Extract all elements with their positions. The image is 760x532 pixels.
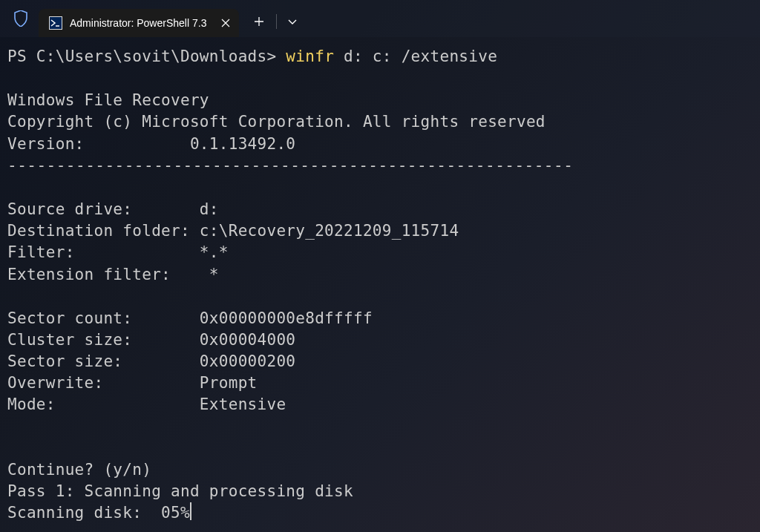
- filter-line: Filter: *.*: [7, 243, 229, 261]
- new-tab-button[interactable]: [245, 9, 273, 34]
- titlebar: Administrator: PowerShell 7.3: [0, 0, 760, 37]
- prompt-path: PS C:\Users\sovit\Downloads>: [7, 47, 286, 65]
- destination-folder-line: Destination folder: c:\Recovery_20221209…: [7, 222, 459, 240]
- scanning-line: Scanning disk: 05%: [7, 504, 190, 522]
- tab-close-button[interactable]: [217, 14, 235, 32]
- app-copyright: Copyright (c) Microsoft Corporation. All…: [7, 113, 546, 131]
- tab-active[interactable]: Administrator: PowerShell 7.3: [39, 9, 239, 37]
- extension-filter-line: Extension filter: *: [7, 266, 219, 283]
- disk-details: Sector count: 0x00000000e8dfffff Cluster…: [7, 308, 753, 416]
- pass-line: Pass 1: Scanning and processing disk: [7, 482, 353, 500]
- terminal-output[interactable]: PS C:\Users\sovit\Downloads> winfr d: c:…: [0, 37, 760, 532]
- app-header: Windows File Recovery Copyright (c) Micr…: [7, 90, 753, 155]
- command-name: winfr: [286, 47, 334, 65]
- toolbar-divider: [276, 14, 277, 29]
- continue-prompt: Continue? (y/n): [7, 461, 151, 479]
- mode-line: Mode: Extensive: [7, 395, 286, 413]
- prompt-line: PS C:\Users\sovit\Downloads> winfr d: c:…: [7, 46, 753, 68]
- app-title: Windows File Recovery: [7, 91, 209, 109]
- command-args: d: c: /extensive: [334, 47, 497, 65]
- powershell-icon: [49, 16, 62, 30]
- cluster-size-line: Cluster size: 0x00004000: [7, 331, 295, 349]
- sector-count-line: Sector count: 0x00000000e8dfffff: [7, 309, 373, 327]
- source-drive-line: Source drive: d:: [7, 200, 219, 218]
- separator-line: ----------------------------------------…: [7, 155, 753, 177]
- shield-icon: [13, 10, 28, 27]
- app-version: Version: 0.1.13492.0: [7, 135, 295, 153]
- tab-dropdown-button[interactable]: [280, 9, 305, 34]
- text-cursor: [190, 502, 191, 520]
- overwrite-line: Overwrite: Prompt: [7, 374, 258, 392]
- progress-block: Continue? (y/n) Pass 1: Scanning and pro…: [7, 459, 753, 525]
- recovery-info: Source drive: d: Destination folder: c:\…: [7, 199, 753, 286]
- tab-title: Administrator: PowerShell 7.3: [70, 17, 206, 29]
- sector-size-line: Sector size: 0x00000200: [7, 352, 295, 370]
